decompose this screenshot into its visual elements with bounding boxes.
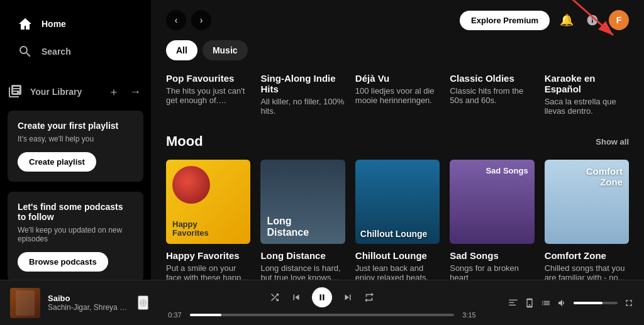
mood-card-longdistance[interactable]: LongDistance Long Distance Long distance… xyxy=(260,160,345,280)
now-playing-button[interactable] xyxy=(508,298,518,308)
queue-button[interactable] xyxy=(541,298,551,308)
play-pause-button[interactable] xyxy=(312,287,332,307)
playlist-desc-2: 100 liedjes voor al die mooie herinnerin… xyxy=(355,86,440,105)
mood-card-chillout[interactable]: Chillout Lounge Chillout Lounge Just lea… xyxy=(355,160,440,280)
sidebar-item-search[interactable]: Search xyxy=(10,38,141,65)
nav-arrows: ‹ › xyxy=(166,10,211,30)
repeat-button[interactable] xyxy=(364,292,375,303)
top-bar: ‹ › Explore Premium 🔔 F xyxy=(151,0,644,40)
mood-card-desc-happy: Put a smile on your face with these happ… xyxy=(166,263,250,280)
mood-card-title-longdistance: Long Distance xyxy=(260,250,345,261)
podcast-card-title: Let's find some podcasts to follow xyxy=(18,202,133,222)
sidebar: Home Search Your Library ＋ → xyxy=(0,0,151,280)
mood-card-title-chillout: Chillout Lounge xyxy=(355,250,440,261)
svg-rect-5 xyxy=(509,302,514,302)
volume-button[interactable] xyxy=(557,298,567,308)
explore-premium-button[interactable]: Explore Premium xyxy=(460,11,550,30)
search-icon xyxy=(18,44,33,59)
filter-music[interactable]: Music xyxy=(203,40,248,60)
sidebar-library-label: Your Library xyxy=(30,87,82,97)
create-playlist-subtitle: It's easy, we'll help you xyxy=(18,135,133,143)
time-current: 0:37 xyxy=(165,311,185,319)
mood-card-title-happy: Happy Favorites xyxy=(166,250,250,261)
forward-button[interactable]: › xyxy=(191,10,211,30)
playlist-title-1: Sing-Along Indie Hits xyxy=(260,73,345,94)
mood-card-desc-chillout: Just lean back and enjoy relaxed beats. xyxy=(355,263,440,280)
player-track-artist: Sachin-Jigar, Shreya Ghoshal, Tochi Rain… xyxy=(48,303,130,312)
mood-card-img-chillout: Chillout Lounge xyxy=(355,160,440,244)
svg-rect-4 xyxy=(509,299,517,300)
svg-rect-2 xyxy=(320,294,321,300)
create-playlist-title: Create your first playlist xyxy=(18,121,133,131)
playlist-title-0: Pop Favourites xyxy=(166,73,250,84)
home-icon xyxy=(18,16,33,31)
playlist-title-3: Classic Oldies xyxy=(450,73,534,84)
add-to-library-button[interactable]: ⊕ xyxy=(138,295,148,310)
fullscreen-button[interactable] xyxy=(624,298,634,308)
svg-rect-6 xyxy=(509,304,516,305)
notifications-button[interactable]: 🔔 xyxy=(557,11,576,30)
mood-card-comfortzone[interactable]: ComfortZone Comfort Zone Chilled songs t… xyxy=(545,160,629,280)
what-is-new-button[interactable] xyxy=(584,11,601,29)
browse-podcasts-button[interactable]: Browse podcasts xyxy=(18,252,108,272)
time-total: 3:15 xyxy=(459,311,479,319)
volume-bar[interactable] xyxy=(574,302,618,304)
player-bar: Saibo Sachin-Jigar, Shreya Ghoshal, Toch… xyxy=(0,280,644,325)
playlist-desc-3: Classic hits from the 50s and 60s. xyxy=(450,86,534,105)
content-area: All Music Pop Favourites The hits you ju… xyxy=(151,40,644,280)
avatar[interactable]: F xyxy=(609,10,629,30)
mood-card-img-happy: HappyFavorites xyxy=(166,160,250,244)
connect-device-button[interactable] xyxy=(525,298,535,308)
mood-card-img-sadsongs: Sad Songs xyxy=(450,160,534,244)
playlist-card-0[interactable]: Pop Favourites The hits you just can't g… xyxy=(166,73,250,116)
sidebar-search-label: Search xyxy=(42,47,71,57)
mood-card-img-comfortzone: ComfortZone xyxy=(545,160,629,244)
player-right-controls xyxy=(496,298,634,308)
player-track-name: Saibo xyxy=(48,294,130,303)
browse-podcasts-card: Let's find some podcasts to follow We'll… xyxy=(8,192,143,280)
top-bar-right: Explore Premium 🔔 F xyxy=(460,10,629,30)
featured-playlists-row: Pop Favourites The hits you just can't g… xyxy=(166,73,629,116)
create-playlist-card: Create your first playlist It's easy, we… xyxy=(8,111,143,182)
player-buttons xyxy=(269,287,375,307)
player-album-art xyxy=(10,288,40,318)
progress-row: 0:37 3:15 xyxy=(165,311,479,319)
player-track-info: Saibo Sachin-Jigar, Shreya Ghoshal, Toch… xyxy=(48,294,130,312)
back-button[interactable]: ‹ xyxy=(166,10,186,30)
add-library-button[interactable]: ＋ xyxy=(106,82,122,102)
progress-bar[interactable] xyxy=(190,314,454,316)
filter-all[interactable]: All xyxy=(166,40,197,60)
player-controls: 0:37 3:15 xyxy=(158,287,486,319)
mood-card-img-longdistance: LongDistance xyxy=(260,160,345,244)
podcast-card-subtitle: We'll keep you updated on new episodes xyxy=(18,226,133,243)
sidebar-nav: Home Search xyxy=(0,5,151,70)
your-library-row: Your Library ＋ → xyxy=(0,75,151,106)
playlist-title-2: Déjà Vu xyxy=(355,73,440,84)
playlist-title-4: Karaoke en Español xyxy=(545,73,629,94)
create-playlist-button[interactable]: Create playlist xyxy=(18,152,96,172)
playlist-desc-0: The hits you just can't get enough of. C… xyxy=(166,86,250,105)
playlist-card-1[interactable]: Sing-Along Indie Hits All killer, no fil… xyxy=(260,73,345,116)
mood-card-desc-longdistance: Long distance is hard, but true love kno… xyxy=(260,263,345,280)
mood-section-title: Mood xyxy=(166,133,203,150)
sidebar-item-library[interactable]: Your Library xyxy=(8,84,106,101)
sidebar-item-home[interactable]: Home xyxy=(10,10,141,38)
mood-card-happy[interactable]: HappyFavorites Happy Favorites Put a smi… xyxy=(166,160,250,280)
playlist-card-2[interactable]: Déjà Vu 100 liedjes voor al die mooie he… xyxy=(355,73,440,116)
expand-library-button[interactable]: → xyxy=(127,82,143,102)
shuffle-button[interactable] xyxy=(269,292,280,303)
main-content: ‹ › Explore Premium 🔔 F All xyxy=(151,0,644,280)
playlist-card-3[interactable]: Classic Oldies Classic hits from the 50s… xyxy=(450,73,534,116)
playlist-card-4[interactable]: Karaoke en Español Saca la estrella que … xyxy=(545,73,629,116)
library-actions: ＋ → xyxy=(106,82,143,102)
next-button[interactable] xyxy=(342,292,353,303)
mood-cards-row: HappyFavorites Happy Favorites Put a smi… xyxy=(166,160,629,280)
mood-card-title-sadsongs: Sad Songs xyxy=(450,250,534,261)
playlist-desc-1: All killer, no filler, 100% hits. xyxy=(260,97,345,116)
previous-button[interactable] xyxy=(291,292,302,303)
mood-show-all[interactable]: Show all xyxy=(596,137,629,146)
playlist-desc-4: Saca la estrella que llevas dentro. xyxy=(545,97,629,116)
mood-card-sadsongs[interactable]: Sad Songs Sad Songs Songs for a broken h… xyxy=(450,160,534,280)
svg-rect-3 xyxy=(323,294,324,300)
sidebar-home-label: Home xyxy=(42,19,66,29)
